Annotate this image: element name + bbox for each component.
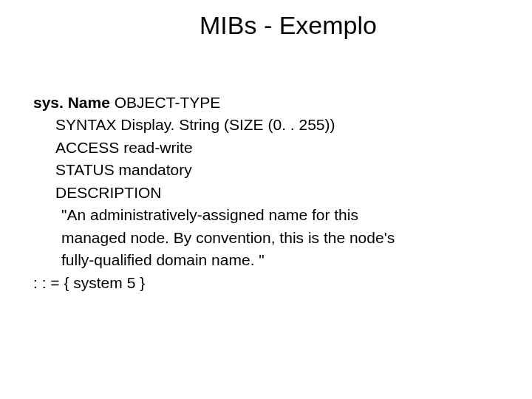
- line-description-1: "An administratively-assigned name for t…: [33, 204, 499, 226]
- sysname-bold: sys. Name: [33, 94, 110, 111]
- slide-title: MIBs - Exemplo: [78, 11, 499, 40]
- line-description-2: managed node. By convention, this is the…: [33, 227, 499, 249]
- line-access: ACCESS read-write: [33, 137, 499, 159]
- slide-body: sys. Name OBJECT-TYPE SYNTAX Display. St…: [33, 92, 499, 294]
- line-description-label: DESCRIPTION: [33, 182, 499, 204]
- line-object-name: sys. Name OBJECT-TYPE: [33, 92, 499, 114]
- line-oid-assignment: : : = { system 5 }: [33, 272, 499, 294]
- line-syntax: SYNTAX Display. String (SIZE (0. . 255)): [33, 114, 499, 136]
- object-type: OBJECT-TYPE: [110, 94, 220, 111]
- slide-container: MIBs - Exemplo sys. Name OBJECT-TYPE SYN…: [0, 0, 532, 399]
- line-status: STATUS mandatory: [33, 159, 499, 181]
- line-description-3: fully-qualified domain name. ": [33, 249, 499, 271]
